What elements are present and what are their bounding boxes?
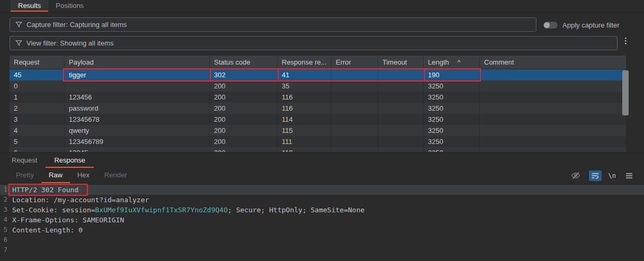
cell-payload: tigger: [65, 69, 210, 80]
column-header-payload[interactable]: Payload: [65, 56, 210, 69]
cell-error: [332, 125, 378, 136]
intruder-results-window: Results Positions Capture filter: Captur…: [0, 0, 644, 261]
cell-payload: 123456789: [65, 136, 210, 147]
message-tab-bar: Request Response: [0, 152, 644, 168]
cell-response_received: 35: [278, 80, 332, 92]
cell-payload: 12345: [65, 147, 210, 152]
soft-wrap-button[interactable]: [589, 170, 602, 181]
line-number: 3: [0, 205, 7, 215]
cell-request: 3: [10, 114, 65, 125]
cell-length: 3250: [424, 92, 480, 103]
results-table-header: RequestPayloadStatus codeResponse re...E…: [10, 56, 626, 69]
cell-timeout: [378, 114, 424, 125]
table-row[interactable]: 4qwerty2001153250: [10, 125, 626, 136]
editor-line: 6: [0, 235, 644, 245]
eye-slash-button[interactable]: [569, 170, 582, 181]
tab-pretty[interactable]: Pretty: [8, 168, 41, 183]
table-scrollbar-thumb[interactable]: [622, 70, 629, 115]
cell-payload: password: [65, 103, 210, 114]
cell-error: [332, 80, 378, 92]
editor-line: 3Set-Cookie: session=BxUMef9IuXVfwipnf1T…: [0, 205, 644, 215]
cell-timeout: [378, 69, 424, 80]
tab-response[interactable]: Response: [46, 153, 94, 168]
cell-request: 45: [10, 69, 65, 80]
column-header-length[interactable]: Length^: [424, 56, 480, 69]
cell-length: 3250: [424, 114, 480, 125]
editor-line: 5Content-Length: 0: [0, 225, 644, 235]
editor-toolbar: Pretty Raw Hex Render \n: [0, 168, 644, 183]
column-header-request[interactable]: Request: [10, 56, 65, 69]
cell-comment: [480, 114, 626, 125]
column-header-error[interactable]: Error: [332, 56, 378, 69]
kebab-menu-icon[interactable]: ⋮: [622, 37, 630, 44]
cell-response_received: 116: [278, 103, 332, 114]
tab-render[interactable]: Render: [97, 168, 135, 183]
cell-timeout: [378, 103, 424, 114]
cell-error: [332, 136, 378, 147]
tab-results[interactable]: Results: [11, 0, 48, 12]
line-number: 6: [0, 235, 7, 245]
cell-status_code: 200: [210, 147, 278, 152]
table-row[interactable]: 0200353250: [10, 80, 626, 92]
soft-wrap-icon: [592, 173, 599, 179]
cell-error: [332, 147, 378, 152]
cell-error: [332, 114, 378, 125]
cell-length: 190: [424, 69, 480, 80]
view-filter-bar[interactable]: View filter: Showing all items: [10, 36, 618, 50]
editor-menu-button[interactable]: [623, 170, 636, 181]
line-number: 4: [0, 215, 7, 225]
cell-response_received: 116: [278, 92, 332, 103]
line-number: 2: [0, 195, 7, 205]
cell-error: [332, 92, 378, 103]
cell-payload: 123456: [65, 92, 210, 103]
line-number: 1: [0, 185, 7, 195]
cell-timeout: [378, 80, 424, 92]
capture-filter-label: Capture filter: Capturing all items: [26, 21, 127, 29]
cell-status_code: 200: [210, 136, 278, 147]
column-header-timeout[interactable]: Timeout: [378, 56, 424, 69]
cell-status_code: 200: [210, 80, 278, 92]
cell-request: 5: [10, 136, 65, 147]
table-row[interactable]: 2password2001163250: [10, 103, 626, 114]
column-header-response_received[interactable]: Response re...: [278, 56, 332, 69]
cell-status_code: 200: [210, 103, 278, 114]
table-row[interactable]: 51234567892001113250: [10, 136, 626, 147]
capture-filter-bar[interactable]: Capture filter: Capturing all items: [10, 17, 536, 32]
cell-comment: [480, 92, 626, 103]
apply-capture-filter-label: Apply capture filter: [562, 21, 620, 29]
apply-capture-filter-toggle[interactable]: [543, 22, 558, 29]
table-row[interactable]: 3123456782001143250: [10, 114, 626, 125]
line-text: Location: /my-account?id=analyzer: [12, 195, 149, 205]
cell-response_received: 115: [278, 125, 332, 136]
cell-length: 3250: [424, 125, 480, 136]
cell-payload: 12345678: [65, 114, 210, 125]
cell-status_code: 200: [210, 125, 278, 136]
tab-hex[interactable]: Hex: [70, 168, 97, 183]
table-row[interactable]: 45tigger30241190: [10, 69, 626, 80]
tab-request[interactable]: Request: [3, 153, 46, 168]
table-row-partial[interactable]: 6123452001103250: [10, 147, 626, 152]
newline-chars-button[interactable]: \n: [609, 172, 616, 179]
attack-tab-bar: Results Positions: [0, 0, 644, 12]
cell-timeout: [378, 147, 424, 152]
toggle-knob: [544, 22, 550, 28]
cell-timeout: [378, 125, 424, 136]
line-number: 5: [0, 225, 7, 235]
tab-raw[interactable]: Raw: [41, 168, 70, 183]
cell-comment: [480, 136, 626, 147]
response-editor[interactable]: 1HTTP/2 302 Found2Location: /my-account?…: [0, 183, 644, 261]
column-header-status_code[interactable]: Status code: [210, 56, 278, 69]
tab-positions[interactable]: Positions: [48, 0, 91, 12]
cell-error: [332, 69, 378, 80]
table-row[interactable]: 11234562001163250: [10, 92, 626, 103]
cell-error: [332, 103, 378, 114]
cell-length: 3250: [424, 136, 480, 147]
cell-comment: [480, 80, 626, 92]
editor-line: 2Location: /my-account?id=analyzer: [0, 195, 644, 205]
column-header-comment[interactable]: Comment: [480, 56, 626, 69]
cell-timeout: [378, 136, 424, 147]
partial-row-clip: 6123452001103250: [10, 147, 626, 152]
cell-response_received: 114: [278, 114, 332, 125]
cell-length: 3250: [424, 103, 480, 114]
cell-comment: [480, 103, 626, 114]
